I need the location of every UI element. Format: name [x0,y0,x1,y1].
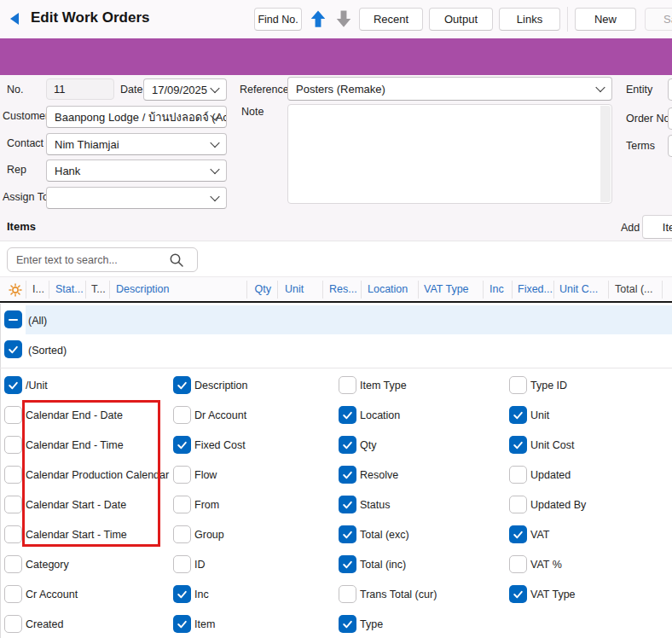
column-checkbox-label[interactable]: Location [360,409,400,421]
column-checkbox[interactable] [173,615,191,633]
column-checkbox[interactable] [4,376,22,394]
column-checkbox[interactable] [339,406,356,424]
column-checkbox-label[interactable]: Status [360,499,390,511]
column-checkbox[interactable] [173,466,191,484]
all-label[interactable]: (All) [28,315,47,327]
column-checkbox[interactable] [4,555,22,573]
column-header[interactable]: Location [368,283,408,295]
column-checkbox[interactable] [173,436,191,454]
entity-field[interactable] [668,78,672,101]
all-checkbox[interactable] [4,310,22,328]
column-checkbox-label[interactable]: Created [26,618,63,630]
column-checkbox[interactable] [509,555,527,573]
column-checkbox[interactable] [4,436,22,454]
recent-button[interactable]: Recent [359,8,423,31]
column-checkbox[interactable] [339,585,356,603]
column-checkbox[interactable] [509,376,527,394]
back-icon[interactable] [9,12,20,26]
column-checkbox-label[interactable]: Total (inc) [360,559,406,571]
column-checkbox-label[interactable]: VAT % [530,559,562,571]
column-header[interactable]: I... [32,283,44,295]
column-checkbox[interactable] [339,496,356,513]
column-checkbox[interactable] [339,555,356,573]
column-checkbox[interactable] [339,436,356,454]
column-checkbox[interactable] [509,525,527,543]
no-input[interactable] [46,78,114,100]
column-checkbox-label[interactable]: From [194,499,219,511]
column-checkbox-label[interactable]: Group [194,529,224,541]
column-checkbox-label[interactable]: Calendar Start - Date [26,499,126,511]
column-checkbox-label[interactable]: Description [194,380,248,392]
note-textarea[interactable] [287,104,612,204]
new-button[interactable]: New [575,8,636,31]
column-checkbox-label[interactable]: Unit [530,409,549,421]
column-checkbox-label[interactable]: Dr Account [194,409,246,421]
column-checkbox-label[interactable]: Calendar Production Calendar [26,469,169,481]
sorted-checkbox[interactable] [4,340,22,358]
column-checkbox-label[interactable]: Total (exc) [360,529,409,541]
terms-field[interactable] [668,135,672,157]
column-checkbox-label[interactable]: VAT [530,529,549,541]
date-select[interactable]: 17/09/2025 [143,78,227,101]
column-checkbox-label[interactable]: Inc [194,589,209,600]
column-header[interactable]: Unit C... [559,283,598,295]
column-checkbox[interactable] [509,496,527,513]
assign-to-select[interactable] [46,187,227,209]
column-checkbox-label[interactable]: ID [194,559,206,571]
sorted-label[interactable]: (Sorted) [28,345,67,357]
column-checkbox[interactable] [509,585,527,603]
column-checkbox-label[interactable]: Updated By [530,499,586,511]
column-checkbox-label[interactable]: Trans Total (cur) [360,589,437,600]
reference-select[interactable]: Posters (Remake) [287,77,612,101]
column-checkbox-label[interactable]: Cr Account [26,589,78,600]
column-checkbox[interactable] [339,525,356,543]
column-checkbox[interactable] [4,585,22,603]
column-checkbox[interactable] [509,436,527,454]
navigate-down-icon[interactable] [334,8,353,30]
column-header[interactable]: Qty [248,283,271,295]
column-checkbox[interactable] [339,466,356,484]
column-checkbox-label[interactable]: Qty [360,439,376,451]
find-no-button[interactable]: Find No. [254,8,302,31]
column-header[interactable]: T... [91,283,106,295]
output-button[interactable]: Output [429,8,493,31]
column-checkbox[interactable] [173,376,191,394]
column-checkbox-label[interactable]: Unit Cost [530,439,574,451]
column-checkbox-label[interactable]: Type [360,618,383,630]
customer-select[interactable]: Baanpong Lodge / บ้านปงลอดจ์ (Act [46,106,227,128]
column-checkbox[interactable] [509,466,527,484]
search-icon[interactable] [169,252,184,268]
column-checkbox[interactable] [4,615,22,633]
column-checkbox-label[interactable]: Resolve [360,469,398,481]
customize-sun-icon[interactable] [9,283,22,297]
column-checkbox[interactable] [4,525,22,543]
column-checkbox-label[interactable]: Updated [530,469,571,481]
column-checkbox-label[interactable]: Flow [194,469,217,481]
column-checkbox[interactable] [509,406,527,424]
column-checkbox-label[interactable]: Type ID [530,380,567,392]
column-header[interactable]: Inc [490,283,504,295]
column-header[interactable]: Description [116,283,170,295]
column-checkbox[interactable] [4,496,22,513]
column-checkbox[interactable] [173,406,191,424]
order-no-field[interactable] [668,107,672,130]
column-checkbox[interactable] [173,585,191,603]
column-header[interactable]: Stat... [55,283,84,295]
column-checkbox-label[interactable]: Item Type [360,380,407,392]
column-header[interactable]: Fixed... [518,283,553,295]
column-header[interactable]: Total (... [615,283,652,295]
rep-select[interactable]: Hank [46,160,227,182]
add-item-button[interactable]: Ite [642,215,672,239]
note-scrollbar[interactable] [600,106,611,202]
column-checkbox-label[interactable]: Item [194,618,215,630]
column-checkbox-label[interactable]: Calendar End - Time [26,439,124,451]
column-checkbox-label[interactable]: Calendar Start - Time [26,529,127,541]
column-checkbox[interactable] [4,466,22,484]
column-checkbox-label[interactable]: /Unit [26,380,48,392]
column-checkbox[interactable] [173,496,191,513]
column-checkbox-label[interactable]: Category [26,559,69,571]
column-checkbox-label[interactable]: Fixed Cost [194,439,246,451]
contact-select[interactable]: Nim Thiamjai [46,133,227,155]
links-button[interactable]: Links [499,8,560,31]
column-header[interactable]: VAT Type [424,283,469,295]
